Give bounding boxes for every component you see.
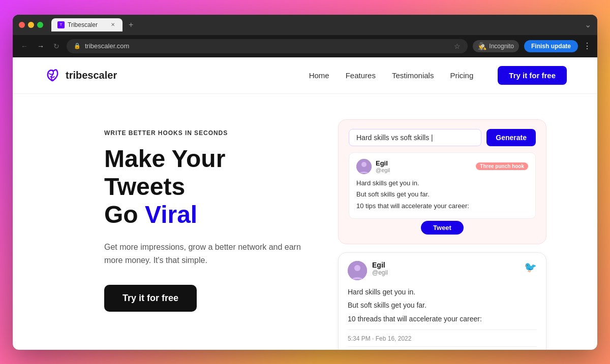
incognito-label: Incognito [489, 43, 514, 50]
tweet-meta: 5:34 PM · Feb 16, 2022 [348, 329, 537, 342]
hero-right: Generate Egil [338, 119, 546, 350]
generator-input[interactable] [349, 129, 481, 146]
traffic-lights [19, 22, 43, 28]
site-header: tribescaler Home Features Testimonials P… [13, 57, 597, 94]
nav-try-free-button[interactable]: Try it for free [498, 66, 567, 85]
page-content: tribescaler Home Features Testimonials P… [13, 57, 597, 350]
site-nav: Home Features Testimonials Pricing Try i… [309, 66, 567, 85]
url-text: tribescaler.com [85, 42, 129, 50]
hero-eyebrow: WRITE BETTER HOOKS IN SECONDS [104, 129, 308, 137]
tweet-body: Hard skills get you in. But soft skills … [348, 286, 537, 324]
logo-text: tribescaler [66, 70, 117, 81]
nav-features[interactable]: Features [346, 71, 376, 80]
tweet-line2: But soft skills get you far. [348, 300, 537, 311]
generate-button[interactable]: Generate [486, 129, 536, 146]
incognito-button[interactable]: 🕵 Incognito [473, 40, 519, 52]
close-window-button[interactable] [19, 22, 25, 28]
tweet-user-handle: @egil [372, 269, 524, 276]
more-options-button[interactable]: ⋮ [583, 41, 591, 51]
incognito-icon: 🕵 [478, 42, 486, 50]
tab-title: Tribescaler [68, 21, 98, 28]
forward-button[interactable]: → [35, 40, 46, 52]
gen-tweet-text: Hard skills get you in. But soft skills … [356, 178, 528, 211]
twitter-bird-icon: 🐦 [524, 261, 537, 273]
tweet-user-name: Egil [372, 261, 524, 269]
hero-headline-part1: Make Your Tweets [104, 145, 225, 200]
svg-point-4 [354, 265, 360, 271]
bookmark-icon[interactable]: ☆ [454, 42, 461, 50]
svg-point-2 [361, 162, 367, 167]
tweet-line3: 10 threads that will accelerate your car… [348, 313, 537, 324]
address-bar: ← → ↻ 🔒 tribescaler.com ☆ 🕵 Incognito Fi… [13, 35, 597, 57]
generator-input-row: Generate [349, 129, 536, 146]
gen-user-name: Egil [376, 159, 390, 167]
tweet-action-row: Tweet [349, 221, 536, 235]
address-input[interactable]: 🔒 tribescaler.com ☆ [67, 39, 468, 53]
nav-pricing[interactable]: Pricing [450, 71, 473, 80]
tweet-avatar [348, 261, 367, 280]
tweet-timestamp: 5:34 PM · Feb 16, 2022 [348, 335, 411, 342]
tweet-button[interactable]: Tweet [421, 221, 464, 235]
logo-area[interactable]: tribescaler [43, 66, 117, 84]
active-tab[interactable]: T Tribescaler ✕ [51, 18, 123, 31]
minimize-window-button[interactable] [28, 22, 34, 28]
finish-update-button[interactable]: Finish update [524, 40, 578, 52]
gen-tweet-line2: But soft skills get you far. [356, 189, 528, 200]
generated-tweet-preview: Egil @egil Three punch hook Hard skills … [349, 152, 536, 219]
tab-close-button[interactable]: ✕ [109, 21, 116, 28]
tweet-header: Egil @egil 🐦 [348, 261, 537, 280]
hero-section: WRITE BETTER HOOKS IN SECONDS Make Your … [13, 94, 597, 350]
hero-left: WRITE BETTER HOOKS IN SECONDS Make Your … [104, 119, 308, 312]
logo-icon [43, 66, 62, 84]
tweet-card: Egil @egil 🐦 Hard skills get you in. But… [338, 252, 546, 350]
nav-home[interactable]: Home [309, 71, 329, 80]
gen-user-avatar [356, 159, 372, 174]
gen-tweet-line3: 10 tips that will accelerate your career… [356, 201, 528, 211]
reload-button[interactable]: ↻ [51, 40, 62, 52]
hero-subtext: Get more impressions, grow a better netw… [104, 241, 308, 267]
gen-tweet-line1: Hard skills get you in. [356, 178, 528, 188]
hero-cta-button[interactable]: Try it for free [104, 285, 197, 312]
tweet-user-info: Egil @egil [372, 261, 524, 276]
title-bar: T Tribescaler ✕ + ⌄ [13, 15, 597, 35]
window-controls-right: ⌄ [585, 20, 591, 29]
tab-area: T Tribescaler ✕ + [51, 18, 581, 31]
gen-badge: Three punch hook [476, 162, 528, 170]
hero-headline-part2: Go [104, 201, 145, 228]
tab-favicon-icon: T [57, 21, 65, 28]
back-button[interactable]: ← [19, 40, 30, 52]
nav-testimonials[interactable]: Testimonials [392, 71, 434, 80]
tweet-line1: Hard skills get you in. [348, 286, 537, 297]
lock-icon: 🔒 [74, 43, 81, 49]
browser-window: T Tribescaler ✕ + ⌄ ← → ↻ 🔒 tribescaler.… [13, 15, 597, 350]
tweet-stats: 6,069 Retweets 116 Quote Tweets 21.3K Li… [348, 346, 537, 349]
gen-tweet-header: Egil @egil Three punch hook [356, 159, 528, 174]
maximize-window-button[interactable] [37, 22, 43, 28]
hero-headline-viral: Viral [145, 201, 197, 228]
generator-card: Generate Egil [338, 119, 546, 245]
gen-user-handle: @egil [376, 167, 390, 173]
hero-headline: Make Your Tweets Go Viral [104, 145, 308, 229]
new-tab-button[interactable]: + [127, 20, 135, 29]
